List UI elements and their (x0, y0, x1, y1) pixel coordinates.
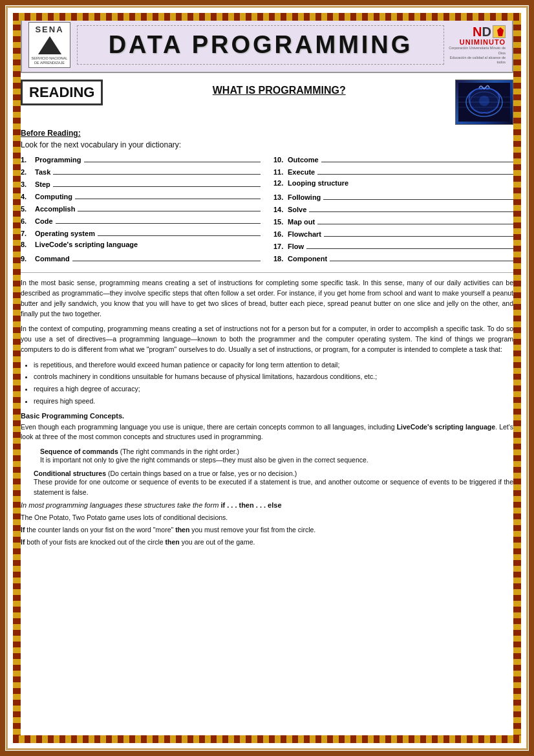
vocab-item-16: 16. Flowchart (273, 229, 513, 238)
before-reading-label: Before Reading: (21, 129, 513, 138)
bullet-item-1: is repetitious, and therefore would exce… (34, 360, 513, 371)
vocab-item-13: 13. Following (273, 192, 513, 201)
paragraph-1: In the most basic sense, programming mea… (21, 278, 513, 319)
vocab-item-14: 14. Solve (273, 204, 513, 213)
vocab-item-10: 10. Outcome (273, 155, 513, 164)
vocab-item-4: 4. Computing (21, 191, 261, 200)
bullet-item-4: requires high speed. (34, 396, 513, 407)
reading-title-block: WHAT IS PROGRAMMING? (109, 80, 449, 96)
conditional-title: Conditional structures (Do certain thing… (34, 470, 513, 477)
sequence-title: Sequence of commands (The right commands… (40, 448, 513, 455)
vocab-item-5: 5. Accomplish (21, 204, 261, 213)
conditional-body: These provide for one outcome or sequenc… (34, 477, 513, 498)
sequence-block: Sequence of commands (The right commands… (40, 448, 513, 466)
vocab-item-9: 9. Command (21, 254, 261, 263)
vocab-item-3: 3. Step (21, 179, 261, 188)
vocab-item-2: 2. Task (21, 167, 261, 176)
vocab-col-right: 10. Outcome 11. Execute 12. Looping stru… (273, 155, 513, 266)
page: SENA SERVICIO NACIONALDE APRENDIZAJE DAT… (0, 0, 534, 756)
vocab-item-1: 1. Programming (21, 155, 261, 164)
uniminuto-logo: ND UNIMINUTO Corporación Universitaria M… (444, 25, 506, 65)
sena-text: SENA (31, 25, 68, 34)
conditional-examples: The One Potato, Two Potato game uses lot… (21, 512, 513, 548)
bullet-item-3: requires a high degree of accuracy; (34, 384, 513, 394)
vocab-item-15: 15. Map out (273, 217, 513, 226)
vocab-item-7: 7. Operating system (21, 228, 261, 237)
sena-logo: SENA SERVICIO NACIONALDE APRENDIZAJE (28, 22, 70, 68)
vocab-col-left: 1. Programming 2. Task 3. Step 4. Comput… (21, 155, 261, 266)
nd-logo: ND (473, 25, 491, 38)
vocab-item-11: 11. Execute (273, 167, 513, 176)
brain-image (455, 80, 513, 125)
bullet-list: is repetitious, and therefore would exce… (34, 360, 513, 407)
conditional-block: Conditional structures (Do certain thing… (34, 470, 513, 498)
paragraph-2: In the context of computing, programming… (21, 324, 513, 354)
paragraph-3: Even though each programming language yo… (21, 422, 513, 443)
reading-title: WHAT IS PROGRAMMING? (109, 85, 449, 96)
if-then-text: In most programming languages these stru… (21, 501, 513, 509)
basic-concepts-header: Basic Programming Concepts. (21, 412, 513, 420)
reading-badge: READING (21, 80, 103, 105)
bullet-item-2: controls machinery in conditions unsuita… (34, 372, 513, 382)
section-divider (21, 272, 513, 273)
uniminuto-subtitle: Corporación Universitaria Minuto de Dios… (444, 46, 506, 65)
sequence-body: It is important not only to give the rig… (40, 455, 513, 466)
uniminuto-name: UNIMINUTO (444, 38, 506, 46)
vocab-item-17: 17. Flow (273, 241, 513, 250)
vocab-item-18: 18. Component (273, 254, 513, 263)
sena-subtitle: SERVICIO NACIONALDE APRENDIZAJE (31, 56, 68, 65)
page-title: DATA PROGRAMMING (77, 25, 444, 65)
header-section: SENA SERVICIO NACIONALDE APRENDIZAJE DAT… (21, 17, 513, 73)
vocab-item-12: 12. Looping structure (273, 179, 513, 187)
svg-point-6 (479, 96, 489, 106)
vocabulary-section: 1. Programming 2. Task 3. Step 4. Comput… (21, 155, 513, 266)
vocab-item-8: 8. LiveCode's scripting language (21, 241, 261, 248)
vocab-item-6: 6. Code (21, 216, 261, 225)
example-2: If both of your fists are knocked out of… (21, 537, 513, 548)
reading-header: READING WHAT IS PROGRAMMING? (21, 80, 513, 125)
vocab-instruction: Look for the next vocabulary in your dic… (21, 140, 513, 149)
example-1: If the counter lands on your fist on the… (21, 524, 513, 536)
potato-intro: The One Potato, Two Potato game uses lot… (21, 512, 513, 524)
